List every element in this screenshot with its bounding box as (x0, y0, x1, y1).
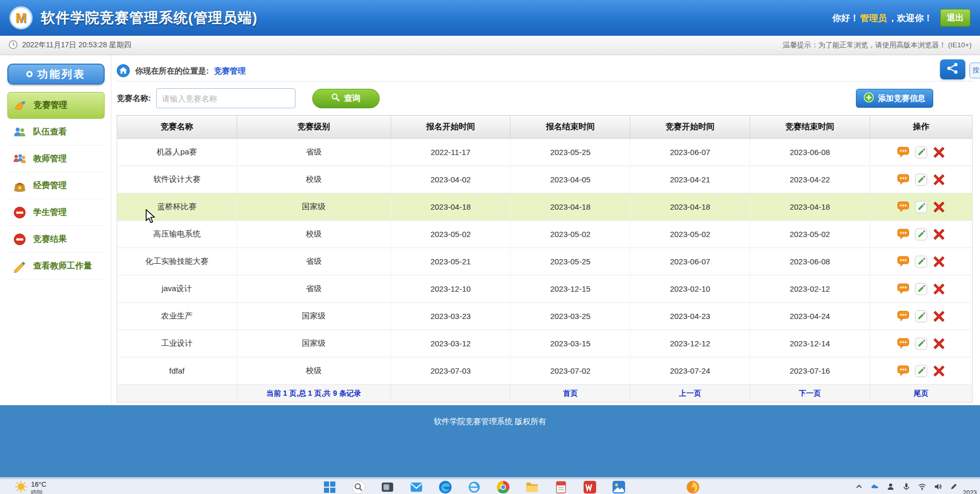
table-cell: 2023-07-24 (630, 357, 750, 385)
taskview-icon[interactable] (381, 480, 394, 494)
search-icon[interactable] (352, 480, 365, 494)
sidebar-item-teacher-workload[interactable]: 查看教师工作量 (7, 253, 105, 280)
share-button[interactable] (940, 59, 965, 79)
folder-icon[interactable] (525, 480, 539, 494)
share-icon (946, 62, 959, 77)
breadcrumb-current-link[interactable]: 竞赛管理 (214, 66, 246, 76)
edit-icon[interactable] (915, 365, 927, 377)
comment-icon[interactable] (897, 255, 910, 268)
comment-icon[interactable] (897, 173, 910, 186)
actions-cell (870, 166, 972, 193)
comment-icon[interactable] (897, 228, 910, 241)
edit-icon[interactable] (915, 228, 927, 241)
pagination-next-link[interactable]: 下一页 (799, 389, 821, 397)
volume-icon[interactable] (934, 482, 942, 491)
delete-icon[interactable] (933, 228, 945, 241)
delete-icon[interactable] (933, 146, 945, 159)
greeting-prefix: 你好！ (832, 12, 859, 24)
pagination-prev-link[interactable]: 上一页 (679, 389, 701, 397)
table-cell: 2023-07-03 (391, 357, 511, 385)
search-input[interactable] (156, 88, 295, 108)
table-cell: 2023-04-18 (511, 193, 630, 221)
comment-icon[interactable] (897, 283, 910, 295)
delete-icon[interactable] (933, 310, 945, 323)
edit-icon[interactable] (915, 337, 927, 350)
ie-icon[interactable] (467, 480, 481, 494)
comment-icon[interactable] (897, 146, 910, 159)
table-cell: 2023-04-23 (630, 303, 750, 330)
sidebar-item-competition-result[interactable]: 竞赛结果 (7, 226, 105, 253)
edit-icon[interactable] (915, 146, 927, 159)
chrome-icon[interactable] (496, 480, 510, 494)
table-cell: 2023-06-07 (630, 139, 750, 166)
sidebar-item-competition-management[interactable]: 竞赛管理 (7, 92, 105, 119)
comment-icon[interactable] (897, 310, 910, 323)
wifi-icon[interactable] (918, 482, 926, 491)
pagination-last-link[interactable]: 尾页 (914, 389, 928, 397)
weather-widget[interactable]: 16°C 晴朗 (15, 480, 46, 494)
person-icon[interactable] (886, 482, 895, 491)
comment-icon[interactable] (897, 365, 910, 377)
breadcrumb-prefix: 你现在所在的位置是: (135, 66, 209, 76)
table-cell: 国家级 (237, 193, 391, 221)
table-cell: 软件设计大赛 (117, 166, 237, 193)
pagination-row: 当前 1 页,总 1 页,共 9 条记录 首页 上一页 下一页 尾页 (117, 385, 973, 403)
delete-icon[interactable] (933, 365, 945, 377)
windows-start-icon[interactable] (323, 480, 336, 494)
delete-icon[interactable] (933, 255, 945, 268)
pagination-info: 当前 1 页,总 1 页,共 9 条记录 (237, 385, 391, 403)
weather-temp: 16°C (31, 480, 46, 488)
sidebar-item-teacher-management[interactable]: 教师管理 (7, 146, 105, 172)
table-cell: 国家级 (237, 330, 391, 357)
edit-icon[interactable] (915, 201, 927, 213)
add-competition-button[interactable]: 添加竞赛信息 (856, 89, 933, 108)
photos-icon[interactable] (612, 480, 626, 494)
edit-icon[interactable] (915, 255, 927, 268)
table-cell: 省级 (237, 139, 391, 166)
current-datetime: 2022年11月17日 20:53:28 星期四 (22, 40, 131, 50)
delete-icon[interactable] (933, 337, 945, 350)
edge-icon[interactable] (438, 480, 452, 494)
magnifier-icon (331, 93, 340, 104)
comment-icon[interactable] (897, 337, 910, 350)
main-content: 你现在所在的位置是: 竞赛管理 竞赛名称: 查询 添加竞赛信息 (111, 55, 980, 405)
table-cell: 2023-05-02 (391, 221, 511, 248)
pagination-first-link[interactable]: 首页 (563, 389, 578, 397)
table-cell: 2023-04-21 (630, 166, 750, 193)
sidebar-item-team-view[interactable]: 队伍查看 (7, 119, 105, 146)
side-tab[interactable]: 按 (969, 63, 980, 78)
cloud-icon[interactable] (871, 482, 879, 491)
document-icon[interactable] (554, 480, 568, 494)
pen-icon[interactable] (950, 482, 958, 491)
edit-icon[interactable] (915, 283, 927, 295)
copyright-text: 软件学院竞赛管理系统 版权所有 (434, 417, 546, 426)
table-cell: 化工实验技能大赛 (117, 248, 237, 275)
table-cell: 机器人pa赛 (117, 139, 237, 166)
sidebar-item-student-management[interactable]: 学生管理 (7, 199, 105, 226)
table-cell: 校级 (237, 221, 391, 248)
edit-icon[interactable] (915, 173, 927, 186)
actions-cell (870, 275, 972, 303)
delete-icon[interactable] (933, 283, 945, 295)
table-cell: 2023-04-18 (630, 193, 750, 221)
table-cell: 2023-04-05 (511, 166, 630, 193)
comment-icon[interactable] (897, 201, 910, 213)
chevron-up-icon[interactable] (855, 482, 863, 491)
delete-icon[interactable] (933, 173, 945, 186)
query-button[interactable]: 查询 (312, 89, 380, 108)
taskbar-clock[interactable]: 2023 (963, 489, 977, 494)
breadcrumb: 你现在所在的位置是: 竞赛管理 (117, 61, 973, 81)
edit-icon[interactable] (915, 310, 927, 323)
table-cell: 2023-12-12 (630, 330, 750, 357)
table-cell: 2023-06-08 (750, 248, 870, 275)
delete-icon[interactable] (933, 201, 945, 213)
firefox-icon[interactable] (686, 480, 700, 494)
microphone-icon[interactable] (902, 482, 911, 491)
wps-icon[interactable] (583, 480, 597, 494)
site-footer: 软件学院竞赛管理系统 版权所有 (0, 405, 980, 477)
mail-icon[interactable] (410, 480, 423, 494)
competition-icon (13, 98, 27, 112)
app-logo: M (9, 6, 33, 29)
logout-button[interactable]: 退出 (940, 9, 971, 27)
sidebar-item-fund-management[interactable]: 经费管理 (7, 172, 105, 199)
